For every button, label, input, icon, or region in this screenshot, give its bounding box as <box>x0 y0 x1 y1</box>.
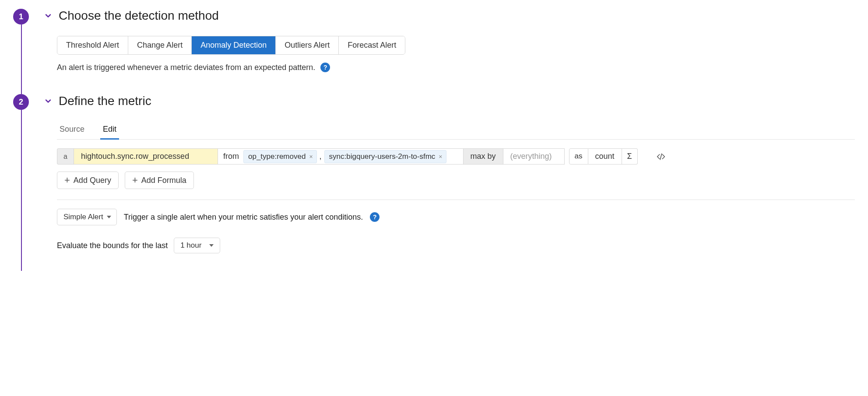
group-by-input[interactable]: (everything) <box>503 148 565 165</box>
metric-input[interactable]: hightouch.sync.row_processed <box>74 148 218 165</box>
steps-wrapper: 1 Choose the detection method Threshold … <box>13 9 855 271</box>
caret-down-icon <box>209 244 214 247</box>
step-1: 1 Choose the detection method Threshold … <box>13 9 855 94</box>
divider <box>57 200 855 200</box>
step-2: 2 Define the metric Source Edit a highto… <box>13 94 855 271</box>
svg-line-0 <box>660 154 661 159</box>
as-label: as <box>569 148 588 165</box>
tag-separator: , <box>320 152 322 161</box>
query-row: a hightouch.sync.row_processed from op_t… <box>57 148 855 165</box>
tab-forecast-alert[interactable]: Forecast Alert <box>339 36 405 54</box>
step-1-number: 1 <box>19 12 23 21</box>
add-formula-button[interactable]: + Add Formula <box>125 172 194 189</box>
from-tags-input[interactable]: from op_type:removed × , sync:bigquery-u… <box>218 148 464 165</box>
tab-edit[interactable]: Edit <box>100 121 119 140</box>
plus-icon: + <box>64 175 70 185</box>
add-formula-label: Add Formula <box>141 176 186 185</box>
step-1-header: Choose the detection method <box>44 9 855 23</box>
plus-icon: + <box>132 175 138 185</box>
evaluate-time-value: 1 hour <box>180 241 201 250</box>
add-buttons-row: + Add Query + Add Formula <box>57 172 855 189</box>
add-query-button[interactable]: + Add Query <box>57 172 119 189</box>
step-1-connector-line <box>21 25 22 94</box>
tab-threshold-alert[interactable]: Threshold Alert <box>57 36 128 54</box>
remove-tag-icon[interactable]: × <box>308 153 313 160</box>
remove-tag-icon[interactable]: × <box>438 153 443 160</box>
add-query-label: Add Query <box>74 176 111 185</box>
tag-chip-sync[interactable]: sync:bigquery-users-2m-to-sfmc × <box>324 150 446 163</box>
tag-text: op_type:removed <box>248 152 306 161</box>
caret-down-icon <box>107 216 111 218</box>
alert-mode-row: Simple Alert Trigger a single alert when… <box>57 209 855 225</box>
help-icon[interactable]: ? <box>370 212 380 222</box>
step-1-badge: 1 <box>13 9 29 25</box>
evaluate-time-selector[interactable]: 1 hour <box>174 238 220 253</box>
aggregation-selector[interactable]: max by <box>464 148 503 165</box>
alert-mode-description: Trigger a single alert when your metric … <box>124 213 363 222</box>
step-2-header: Define the metric <box>44 94 855 108</box>
tag-text: sync:bigquery-users-2m-to-sfmc <box>329 152 436 161</box>
tag-chip-op-type[interactable]: op_type:removed × <box>243 150 317 163</box>
metric-editor-tabs: Source Edit <box>57 121 855 140</box>
code-toggle-icon[interactable] <box>655 148 667 165</box>
step-2-connector-line <box>21 110 22 271</box>
functions-button[interactable]: Σ <box>622 148 638 165</box>
from-label: from <box>223 152 239 161</box>
as-value-selector[interactable]: count <box>588 148 622 165</box>
step-2-body: Source Edit a hightouch.sync.row_process… <box>44 121 855 253</box>
tab-outliers-alert[interactable]: Outliers Alert <box>276 36 339 54</box>
step-2-number: 2 <box>19 98 23 107</box>
tab-anomaly-detection[interactable]: Anomaly Detection <box>192 36 276 54</box>
step-2-badge: 2 <box>13 94 29 110</box>
evaluate-label: Evaluate the bounds for the last <box>57 241 168 250</box>
detection-method-description-row: An alert is triggered whenever a metric … <box>57 63 855 72</box>
step-1-body: Threshold Alert Change Alert Anomaly Det… <box>44 36 855 72</box>
chevron-down-icon[interactable] <box>44 97 53 105</box>
evaluate-row: Evaluate the bounds for the last 1 hour <box>57 238 855 253</box>
detection-method-tabs: Threshold Alert Change Alert Anomaly Det… <box>57 36 405 55</box>
alert-mode-label: Simple Alert <box>63 213 103 221</box>
sigma-icon: Σ <box>627 152 632 161</box>
step-1-title: Choose the detection method <box>59 9 219 23</box>
tab-source[interactable]: Source <box>57 121 87 140</box>
help-icon[interactable]: ? <box>320 63 330 72</box>
step-2-title: Define the metric <box>59 94 151 108</box>
chevron-down-icon[interactable] <box>44 11 53 20</box>
alert-mode-selector[interactable]: Simple Alert <box>57 209 117 225</box>
query-letter-label: a <box>57 148 74 165</box>
detection-method-description: An alert is triggered whenever a metric … <box>57 63 315 72</box>
tab-change-alert[interactable]: Change Alert <box>128 36 192 54</box>
